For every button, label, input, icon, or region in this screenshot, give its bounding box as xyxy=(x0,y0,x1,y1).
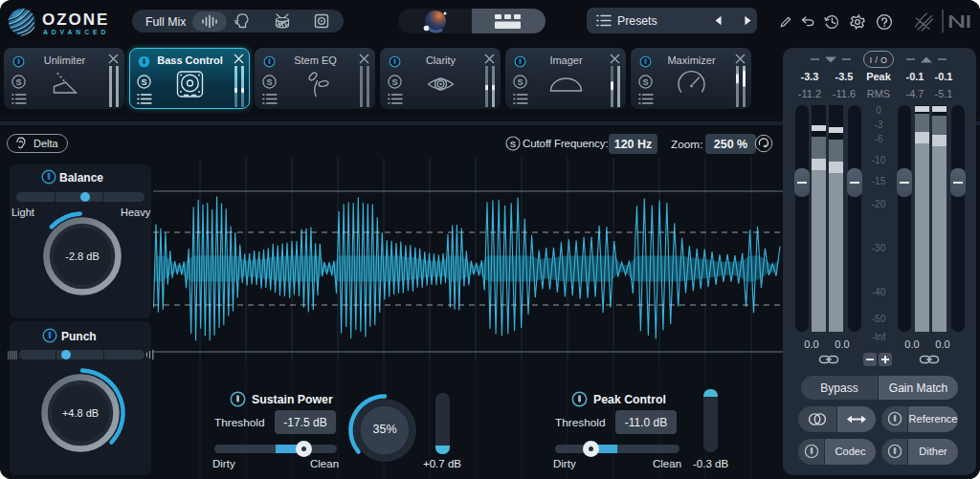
svg-text:S: S xyxy=(510,139,516,149)
